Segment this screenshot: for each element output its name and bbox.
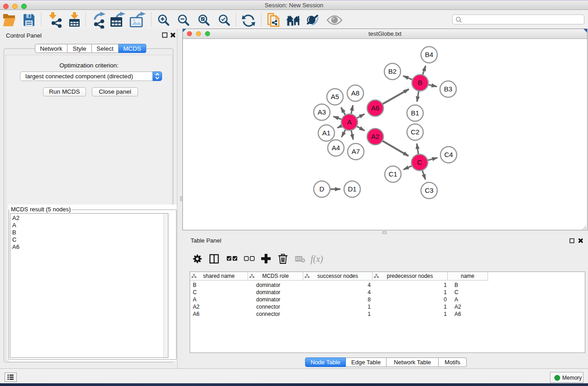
svg-text:D: D [320,185,325,193]
svg-text:C4: C4 [444,151,453,158]
svg-text:A1: A1 [322,129,330,137]
svg-text:B1: B1 [411,109,419,117]
svg-text:A: A [347,118,352,126]
svg-text:A7: A7 [352,148,360,155]
svg-text:A8: A8 [351,89,359,97]
svg-text:B2: B2 [388,67,397,75]
svg-text:B: B [418,79,422,86]
svg-text:A4: A4 [332,144,340,152]
svg-text:A3: A3 [318,108,326,116]
svg-text:A5: A5 [331,93,339,100]
svg-text:C1: C1 [388,170,397,178]
svg-text:B4: B4 [425,51,433,58]
svg-text:C: C [417,158,422,166]
svg-text:B3: B3 [444,85,452,93]
svg-text:A2: A2 [371,133,379,140]
svg-text:f(x): f(x) [311,254,323,264]
svg-text:C3: C3 [425,186,433,194]
svg-text:C2: C2 [411,128,419,136]
svg-text:A6: A6 [371,104,379,112]
svg-text:D1: D1 [348,185,356,193]
